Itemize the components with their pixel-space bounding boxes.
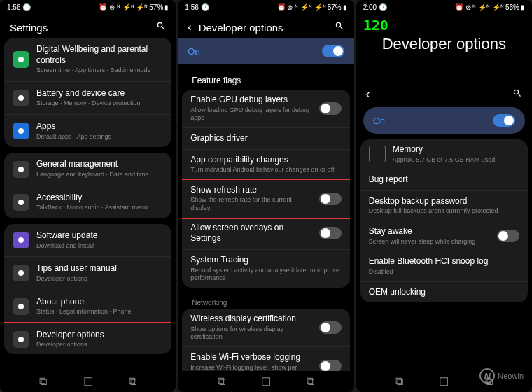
dev-options-list[interactable]: Feature flagsEnable GPU debug layersAllo…: [178, 69, 354, 371]
app-icon: [13, 265, 29, 281]
settings-row[interactable]: General managementLanguage and keyboard …: [4, 153, 172, 186]
row-subtitle: Default apps · App settings: [36, 133, 163, 141]
settings-row[interactable]: System TracingRecord system activity and…: [182, 250, 349, 288]
settings-row[interactable]: Battery and device careStorage · Memory …: [4, 82, 172, 115]
toggle[interactable]: [497, 230, 519, 242]
row-title: Battery and device care: [36, 88, 163, 99]
settings-row[interactable]: App compatibility changesTurn individual…: [182, 150, 349, 180]
settings-row[interactable]: OEM unlocking: [360, 282, 528, 303]
settings-row[interactable]: Enable GPU debug layersAllow loading GPU…: [182, 90, 349, 128]
row-title: Accessibility: [36, 192, 163, 204]
watermark: N Neowin: [479, 368, 524, 384]
status-bar: 2:00🕓 ⏰ ⊗ ᴺ ⚡ᴺ ⚡ᴺ56%▮: [356, 0, 532, 14]
svg-point-7: [18, 304, 24, 309]
search-icon[interactable]: [156, 21, 166, 34]
recents-button[interactable]: ⧉: [38, 376, 49, 387]
settings-row[interactable]: MemoryApprox. 5.7 GB of 7.5 GB RAM used: [360, 139, 528, 169]
status-bar: 1:56🕓 ⏰ ⊗ ᴺ ⚡ᴺ ⚡ᴺ57%▮: [0, 0, 176, 14]
status-icons: ⏰ ⊗ ᴺ ⚡ᴺ ⚡ᴺ: [455, 4, 504, 11]
row-title: Enable Wi-Fi verbose logging: [190, 352, 312, 363]
toggle[interactable]: [319, 227, 342, 239]
search-icon[interactable]: [335, 21, 344, 34]
settings-row[interactable]: Tips and user manualDeveloper options: [4, 257, 172, 290]
on-label: On: [188, 46, 200, 57]
settings-row[interactable]: Graphics driver: [182, 128, 349, 150]
back-button[interactable]: ⧉: [305, 376, 316, 387]
home-button[interactable]: ☐: [83, 376, 94, 387]
row-subtitle: Screen will never sleep while charging: [369, 238, 490, 246]
master-toggle[interactable]: [493, 114, 515, 127]
settings-row[interactable]: Digital Wellbeing and parental controlsS…: [4, 38, 172, 82]
back-icon[interactable]: ‹: [366, 87, 370, 102]
section-header: Networking: [182, 293, 349, 309]
row-subtitle: Language and keyboard · Date and time: [36, 171, 163, 179]
settings-row[interactable]: Show refresh rateShow the refresh rate f…: [182, 178, 349, 219]
toggle[interactable]: [319, 102, 342, 115]
back-icon[interactable]: ‹: [188, 21, 191, 34]
row-title: Stay awake: [369, 226, 490, 237]
row-title: Desktop backup password: [369, 196, 519, 207]
settings-row[interactable]: Desktop backup passwordDesktop full back…: [360, 191, 528, 221]
settings-group: General managementLanguage and keyboard …: [4, 153, 172, 218]
back-button[interactable]: ⧉: [127, 376, 138, 387]
settings-row[interactable]: AccessibilityTalkBack · Mono audio · Ass…: [4, 186, 172, 218]
row-title: Developer options: [36, 330, 163, 341]
nav-bar: ⧉ ☐ ⧉: [0, 371, 176, 392]
row-title: General management: [36, 159, 163, 170]
toggle[interactable]: [319, 360, 342, 371]
recents-button[interactable]: ⧉: [216, 376, 227, 387]
row-subtitle: Status · Legal information · Phone: [36, 308, 163, 316]
master-toggle-bar[interactable]: On: [178, 38, 354, 64]
app-icon: [13, 122, 29, 139]
row-title: Wireless display certification: [190, 314, 312, 325]
dev-options-list[interactable]: MemoryApprox. 5.7 GB of 7.5 GB RAM usedB…: [356, 139, 532, 371]
search-icon[interactable]: [512, 88, 522, 101]
settings-row[interactable]: Enable Bluetooth HCI snoop logDisabled: [360, 251, 528, 281]
row-subtitle: Record system activity and analyse it la…: [190, 267, 341, 283]
settings-row[interactable]: Bug report: [360, 169, 528, 191]
row-subtitle: Storage · Memory · Device protection: [36, 99, 163, 108]
app-icon: [13, 90, 29, 106]
battery-pct: 57%: [149, 4, 163, 11]
row-title: About phone: [36, 297, 163, 308]
battery-icon: ▮: [343, 4, 347, 11]
home-button[interactable]: ☐: [438, 376, 449, 387]
settings-row[interactable]: Allow screen overlays on Settings: [182, 218, 349, 250]
svg-point-0: [18, 57, 24, 62]
settings-row[interactable]: Stay awakeScreen will never sleep while …: [360, 221, 528, 251]
recents-button[interactable]: ⧉: [394, 376, 405, 387]
master-toggle[interactable]: [322, 45, 344, 57]
toggle[interactable]: [319, 321, 342, 334]
notif-icon: 🕓: [379, 4, 387, 11]
page-title: Developer options: [199, 22, 328, 34]
battery-icon: ▮: [521, 4, 525, 11]
on-label: On: [373, 115, 385, 126]
chip-icon: [369, 146, 386, 162]
phone-screen-3: 2:00🕓 ⏰ ⊗ ᴺ ⚡ᴺ ⚡ᴺ56%▮ 120 Developer opti…: [356, 0, 532, 392]
settings-row[interactable]: About phoneStatus · Legal information · …: [4, 290, 172, 323]
row-title: OEM unlocking: [369, 287, 519, 298]
svg-point-5: [18, 237, 24, 243]
settings-row[interactable]: Enable Wi-Fi verbose loggingIncrease Wi-…: [182, 347, 349, 371]
settings-list[interactable]: Digital Wellbeing and parental controlsS…: [0, 38, 176, 371]
row-title: Show refresh rate: [190, 185, 312, 196]
settings-row[interactable]: Software updateDownload and install: [4, 224, 172, 257]
row-title: App compatibility changes: [190, 155, 341, 166]
watermark-logo-icon: N: [479, 368, 495, 384]
clock: 1:56: [185, 4, 198, 11]
master-toggle-bar[interactable]: On: [363, 107, 525, 134]
toggle[interactable]: [319, 192, 342, 205]
settings-row[interactable]: Wireless display certificationShow optio…: [182, 309, 349, 347]
row-subtitle: Developer options: [36, 275, 163, 284]
header-row: ‹: [356, 81, 532, 107]
row-title: Graphics driver: [190, 133, 341, 144]
row-title: Apps: [36, 121, 163, 132]
row-title: Software update: [36, 230, 163, 241]
settings-group: Enable GPU debug layersAllow loading GPU…: [182, 90, 349, 288]
fps-overlay: 120: [363, 17, 388, 34]
page-title: Settings: [10, 22, 149, 34]
settings-row[interactable]: AppsDefault apps · App settings: [4, 115, 172, 147]
settings-row[interactable]: Developer optionsDeveloper options: [4, 322, 172, 354]
home-button[interactable]: ☐: [260, 376, 272, 387]
row-subtitle: Disabled: [369, 268, 519, 276]
